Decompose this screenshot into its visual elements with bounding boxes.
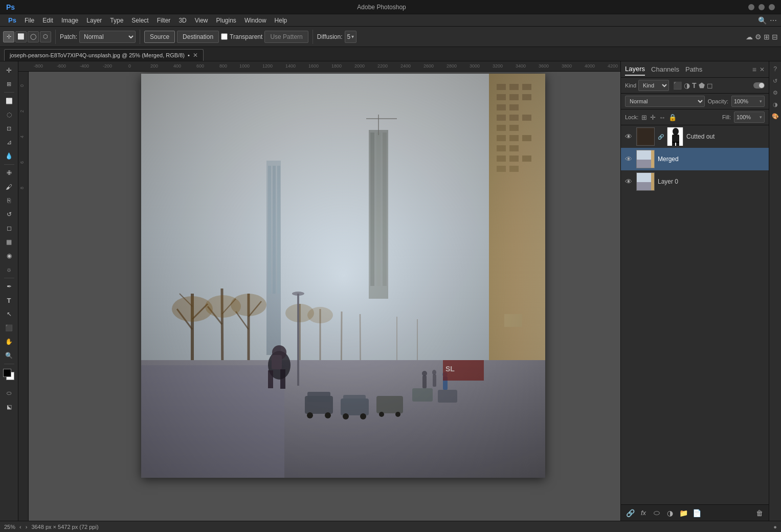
adjustments-icon[interactable]: ◑	[773, 101, 778, 108]
paths-tab[interactable]: Paths	[685, 63, 702, 75]
transparent-checkbox[interactable]	[221, 33, 228, 40]
path-selection-tool[interactable]: ↖	[2, 307, 16, 321]
destination-btn[interactable]: Destination	[177, 31, 219, 43]
channels-tab[interactable]: Channels	[651, 63, 679, 75]
layer-vis-icon-2[interactable]: 👁	[625, 178, 633, 186]
properties-icon[interactable]: ⚙	[773, 90, 778, 96]
text-tool[interactable]: T	[2, 294, 16, 307]
layer-vis-icon-1[interactable]: 👁	[625, 155, 633, 163]
diffusion-chevron[interactable]: ▾	[351, 34, 354, 39]
selection-tool-btn[interactable]: ⊹	[3, 31, 14, 42]
settings-icon[interactable]: ⚙	[755, 33, 762, 41]
fg-color-swatch[interactable]	[3, 369, 11, 377]
search-icon[interactable]: 🔍	[758, 16, 767, 25]
document-tab[interactable]: joseph-pearson-E8ToV7XIP4Q-unsplash.jpg …	[4, 49, 204, 61]
patch-mode-select[interactable]: Normal Content-Aware	[79, 31, 136, 43]
svg-text:1000: 1000	[239, 63, 250, 69]
panel-collapse-btn[interactable]: ✕	[760, 66, 765, 73]
zoom-tool[interactable]: 🔍	[2, 349, 16, 362]
smart-filter-icon[interactable]: ◻	[707, 81, 713, 90]
kind-type-select[interactable]: Kind	[638, 80, 669, 91]
blend-mode-select[interactable]: Normal Dissolve Multiply Screen Overlay	[625, 96, 705, 107]
status-bar: 25% ‹ › 3648 px × 5472 px (72 ppi) ●	[0, 521, 781, 532]
minimize-btn[interactable]	[748, 4, 754, 10]
adjustment-filter-icon[interactable]: ◑	[684, 81, 690, 90]
rectangular-marquee-tool[interactable]: ⬜	[2, 94, 16, 107]
more-icon[interactable]: ⋯	[770, 16, 777, 25]
lasso-tool-btn[interactable]: ◯	[28, 31, 39, 42]
filter-toggle[interactable]	[753, 82, 765, 88]
panel-menu-btn[interactable]: ≡	[752, 65, 756, 74]
menu-select[interactable]: Select	[127, 17, 152, 24]
move-tool[interactable]: ✛	[2, 63, 16, 77]
stamp-tool[interactable]: ⎘	[2, 194, 16, 207]
marquee-tool-btn[interactable]: ⬜	[15, 31, 27, 42]
quick-mask-tool[interactable]: ⬭	[2, 386, 16, 400]
fill-control[interactable]: 100% ▾	[734, 112, 765, 123]
menu-help[interactable]: Help	[271, 17, 292, 24]
arrange-icon[interactable]: ⊟	[772, 33, 778, 41]
menu-ps[interactable]: Ps	[4, 16, 20, 24]
canvas-area[interactable]: SL	[29, 72, 620, 521]
close-btn[interactable]	[769, 4, 775, 10]
link-layers-btn[interactable]: 🔗	[625, 508, 635, 518]
new-layer-btn[interactable]: 📄	[691, 508, 702, 518]
group-layers-btn[interactable]: 📁	[678, 508, 688, 518]
lock-pixels-icon[interactable]: ⊞	[641, 114, 647, 121]
brush-tool[interactable]: 🖌	[2, 180, 16, 193]
blur-tool[interactable]: ◉	[2, 249, 16, 262]
menu-file[interactable]: File	[20, 17, 38, 24]
maximize-btn[interactable]	[758, 4, 765, 10]
menu-filter[interactable]: Filter	[153, 17, 175, 24]
layers-tab-active[interactable]: Layers	[625, 63, 645, 76]
clouds-icon[interactable]: ☁	[746, 33, 753, 41]
dodge-tool[interactable]: ☼	[2, 263, 16, 276]
object-selection-tool[interactable]: ⊡	[2, 122, 16, 135]
pixel-filter-icon[interactable]: ⬛	[673, 81, 682, 90]
lock-position-icon[interactable]: ✛	[650, 114, 656, 121]
source-btn[interactable]: Source	[144, 31, 175, 43]
learn-icon[interactable]: ?	[773, 65, 777, 73]
nav-next-btn[interactable]: ›	[26, 524, 28, 530]
menu-3d[interactable]: 3D	[174, 17, 190, 24]
layer-item-merged[interactable]: 👁	[621, 148, 769, 170]
menu-type[interactable]: Type	[106, 17, 127, 24]
layer-item-layer0[interactable]: 👁 Layer 0	[621, 170, 769, 193]
tab-close-btn[interactable]: ✕	[193, 52, 198, 59]
workspace-icon[interactable]: ⊞	[764, 33, 770, 41]
add-mask-btn[interactable]: ⬭	[652, 508, 662, 518]
healing-brush-tool[interactable]: ✙	[2, 166, 16, 180]
lasso-tool[interactable]: ◌	[2, 108, 16, 121]
nav-prev-btn[interactable]: ‹	[19, 524, 21, 530]
menu-image[interactable]: Image	[57, 17, 82, 24]
eraser-tool[interactable]: ◻	[2, 221, 16, 235]
opacity-control[interactable]: 100% ▾	[731, 96, 765, 107]
layer-vis-icon-0[interactable]: 👁	[625, 132, 633, 141]
shape-filter-icon[interactable]: ⬟	[699, 81, 705, 90]
history-brush-tool[interactable]: ↺	[2, 208, 16, 221]
history-panel-icon[interactable]: ↺	[773, 78, 777, 84]
menu-edit[interactable]: Edit	[38, 17, 57, 24]
layer-item-cutted-out[interactable]: 👁 🔗	[621, 125, 769, 148]
shape-tool[interactable]: ⬛	[2, 321, 16, 335]
menu-plugins[interactable]: Plugins	[212, 17, 240, 24]
menu-window[interactable]: Window	[240, 17, 271, 24]
lock-all-icon[interactable]: 🔒	[668, 114, 677, 121]
hand-tool[interactable]: ✋	[2, 335, 16, 348]
fx-btn[interactable]: fx	[638, 508, 649, 518]
pen-tool[interactable]: ✒	[2, 280, 16, 293]
menu-view[interactable]: View	[191, 17, 212, 24]
menu-layer[interactable]: Layer	[82, 17, 106, 24]
color-panel-icon[interactable]: 🎨	[772, 113, 779, 120]
crop-tool[interactable]: ⊿	[2, 136, 16, 149]
use-pattern-btn[interactable]: Use Pattern	[264, 31, 308, 43]
adjustment-layer-btn[interactable]: ◑	[665, 508, 675, 518]
gradient-tool[interactable]: ▦	[2, 235, 16, 249]
type-filter-icon[interactable]: T	[692, 81, 697, 90]
artboard-tool[interactable]: ⊞	[2, 77, 16, 91]
lock-move-icon[interactable]: ↔	[659, 114, 665, 121]
eyedropper-tool[interactable]: 💧	[2, 149, 16, 163]
frame-mode-tool[interactable]: ⬕	[2, 400, 16, 413]
polygon-tool-btn[interactable]: ⬡	[40, 31, 51, 42]
delete-layer-btn[interactable]: 🗑	[754, 508, 765, 518]
